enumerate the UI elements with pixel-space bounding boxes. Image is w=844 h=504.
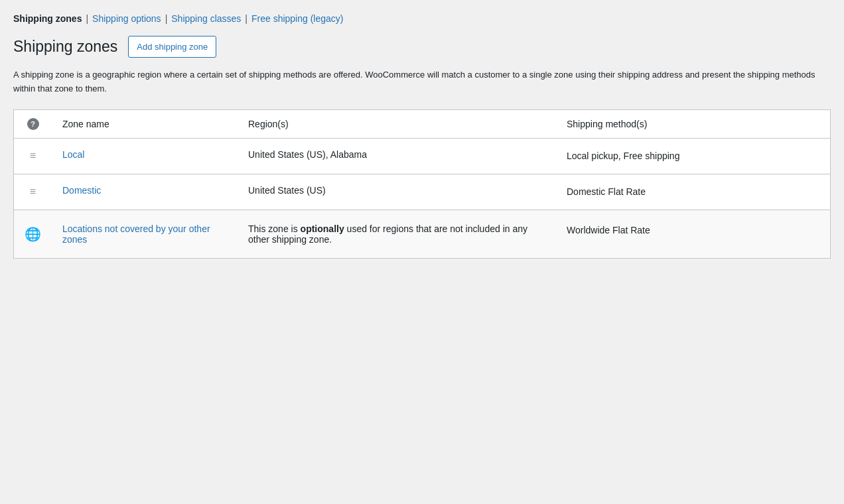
row-icon-cell: ≡ [14, 174, 52, 210]
zone-name-cell: Domestic [52, 174, 238, 210]
region-cell: United States (US), Alabama [238, 138, 556, 174]
drag-handle-icon[interactable]: ≡ [30, 186, 36, 197]
help-icon[interactable]: ? [27, 118, 39, 130]
nav-link-shipping-options[interactable]: Shipping options [92, 13, 161, 24]
nav-sep-2: | [165, 13, 168, 24]
page-description: A shipping zone is a geographic region w… [13, 68, 831, 96]
method-text-not-covered: Worldwide Flat Rate [567, 225, 650, 235]
col-header-regions: Region(s) [238, 109, 556, 138]
add-shipping-zone-button[interactable]: Add shipping zone [128, 36, 216, 58]
row-icon-cell: 🌐 [14, 210, 52, 258]
zone-name-cell: Local [52, 138, 238, 174]
nav-sep-1: | [86, 13, 88, 24]
col-header-zone-name: Zone name [52, 109, 238, 138]
nav-current: Shipping zones [13, 13, 82, 24]
globe-icon: 🌐 [25, 226, 41, 242]
table-row: ≡ Local United States (US), Alabama Loca… [14, 138, 831, 174]
nav-link-free-shipping[interactable]: Free shipping (legacy) [251, 13, 344, 24]
zone-link-domestic[interactable]: Domestic [62, 185, 101, 196]
region-cell: This zone is optionally used for regions… [238, 210, 556, 258]
zone-name-cell: Locations not covered by your other zone… [52, 210, 238, 258]
region-text-not-covered: This zone is optionally used for regions… [248, 223, 528, 245]
method-text-local: Local pickup, Free shipping [567, 151, 679, 161]
nav-link-shipping-classes[interactable]: Shipping classes [171, 13, 241, 24]
method-cell: Domestic Flat Rate [556, 174, 831, 210]
page-title: Shipping zones [13, 38, 117, 56]
table-header-row: ? Zone name Region(s) Shipping method(s) [14, 109, 831, 138]
region-cell: United States (US) [238, 174, 556, 210]
col-header-shipping-methods: Shipping method(s) [556, 109, 831, 138]
col-header-icon: ? [14, 109, 52, 138]
method-cell: Worldwide Flat Rate [556, 210, 831, 258]
drag-handle-icon[interactable]: ≡ [30, 151, 36, 161]
zones-table: ? Zone name Region(s) Shipping method(s)… [13, 109, 831, 259]
zone-link-not-covered[interactable]: Locations not covered by your other zone… [62, 223, 210, 245]
method-cell: Local pickup, Free shipping [556, 138, 831, 174]
zone-link-local[interactable]: Local [62, 149, 84, 160]
row-icon-cell: ≡ [14, 138, 52, 174]
method-text-domestic: Domestic Flat Rate [567, 186, 646, 197]
nav-sep-3: | [245, 13, 247, 24]
region-text-local: United States (US), Alabama [248, 149, 367, 160]
table-row: ≡ Domestic United States (US) Domestic F… [14, 174, 831, 210]
nav-bar: Shipping zones | Shipping options | Ship… [13, 13, 831, 24]
page-header: Shipping zones Add shipping zone [13, 36, 831, 58]
region-text-domestic: United States (US) [248, 185, 326, 196]
table-row: 🌐 Locations not covered by your other zo… [14, 210, 831, 258]
